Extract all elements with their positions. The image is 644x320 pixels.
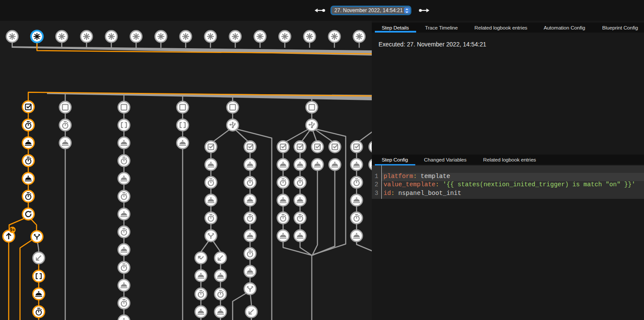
svg-text:9+: 9+ <box>10 227 15 232</box>
